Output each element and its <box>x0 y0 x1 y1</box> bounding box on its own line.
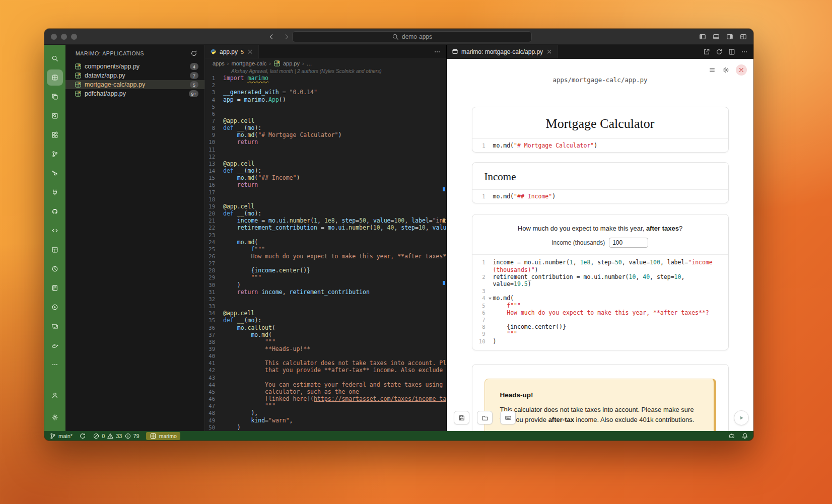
code-line[interactable]: 18 <box>205 196 446 203</box>
code-line[interactable]: 29 """ <box>205 274 446 281</box>
activity-item-plug[interactable] <box>46 183 63 202</box>
code-line[interactable]: 7@app.cell <box>205 117 446 124</box>
marimo-status-badge[interactable]: marimo <box>146 432 180 440</box>
code-line[interactable]: 46 [linked here](https://smartasset.com/… <box>205 395 446 402</box>
activity-item-notebook[interactable] <box>46 278 63 298</box>
code-line[interactable]: 6 <box>205 110 446 117</box>
menu-icon[interactable] <box>709 66 716 74</box>
reload-preview-icon[interactable] <box>716 48 723 55</box>
code-line[interactable]: 2 <box>205 82 446 89</box>
activity-item-marimo[interactable] <box>47 69 63 86</box>
code-line[interactable]: 38 """ <box>205 338 446 345</box>
activity-item-layout[interactable] <box>46 240 63 259</box>
tab-marimo-preview[interactable]: marimo: mortgage-calc/app.py <box>447 45 558 58</box>
code-line[interactable]: 9 mo.md("# Mortgage Calculator") <box>205 131 446 138</box>
command-center-search[interactable]: demo-apps <box>292 31 532 42</box>
shutdown-button[interactable] <box>736 64 747 76</box>
editor-layout-icon[interactable] <box>740 33 747 40</box>
code-line[interactable]: 30 ) <box>205 281 446 289</box>
code-line[interactable]: 41 This calculator does not take taxes i… <box>205 359 446 367</box>
cell1-code[interactable]: 1mo.md("# Mortgage Calculator") <box>472 138 728 152</box>
code-line[interactable]: 28 {income.center()} <box>205 267 446 274</box>
gear-icon[interactable] <box>722 66 729 74</box>
sync-status[interactable] <box>79 433 86 440</box>
sidebar-file-item[interactable]: dataviz/app.py7 <box>65 71 204 80</box>
code-line[interactable]: 34@app.cell <box>205 310 446 317</box>
close-tab-icon[interactable] <box>247 48 253 55</box>
code-line[interactable]: 42 that you provide **after-tax** income… <box>205 367 446 374</box>
code-line[interactable]: 8def __(mo): <box>205 124 446 131</box>
code-line[interactable]: 37 mo.md( <box>205 331 446 338</box>
code-line[interactable]: 44 You can estimate your federal and sta… <box>205 381 446 388</box>
code-line[interactable]: 25 f""" <box>205 246 446 253</box>
code-editor[interactable]: 1import marimo23__generated_with = "0.0.… <box>205 75 446 431</box>
activity-item-account[interactable] <box>46 386 63 405</box>
code-line[interactable]: 31 return income, retirement_contributio… <box>205 289 446 296</box>
back-icon[interactable] <box>268 33 275 40</box>
code-line[interactable]: 10 return <box>205 138 446 146</box>
income-input[interactable] <box>609 238 648 248</box>
sidebar-file-item[interactable]: components/app.py4 <box>65 62 204 71</box>
open-external-icon[interactable] <box>703 48 710 55</box>
code-line[interactable]: 33 <box>205 303 446 310</box>
code-line[interactable]: 3__generated_with = "0.0.14" <box>205 89 446 96</box>
activity-item-more[interactable] <box>46 355 63 374</box>
breadcrumb-item[interactable]: mortgage-calc <box>232 60 267 66</box>
activity-item-run[interactable] <box>46 298 63 317</box>
toggle-sidebar-icon[interactable] <box>699 33 706 40</box>
activity-item-github[interactable] <box>46 202 63 221</box>
breadcrumb-item[interactable]: apps <box>213 60 225 66</box>
keyboard-button[interactable] <box>500 411 516 424</box>
code-line[interactable]: 15 mo.md("## Income") <box>205 174 446 181</box>
code-line[interactable]: 27 <box>205 260 446 267</box>
close-window-button[interactable] <box>51 34 57 40</box>
breadcrumb-item[interactable]: … <box>307 60 312 66</box>
code-line[interactable]: 21 income = mo.ui.number(1, 1e8, step=50… <box>205 217 446 224</box>
code-line[interactable]: 47 """ <box>205 402 446 409</box>
folder-button[interactable] <box>477 411 493 424</box>
split-editor-icon[interactable] <box>728 48 735 55</box>
code-line[interactable]: 43 <box>205 374 446 381</box>
zoom-window-button[interactable] <box>71 34 77 40</box>
activity-item-source-control[interactable] <box>46 145 63 164</box>
code-line[interactable]: 4app = marimo.App() <box>205 96 446 103</box>
activity-item-clock[interactable] <box>46 259 63 278</box>
code-line[interactable]: 23 <box>205 231 446 238</box>
code-line[interactable]: 36 mo.callout( <box>205 324 446 331</box>
code-line[interactable]: 35def __(mo): <box>205 317 446 324</box>
git-branch-status[interactable]: main* <box>49 433 73 440</box>
close-tab-icon[interactable] <box>546 48 552 55</box>
save-button[interactable] <box>454 411 469 424</box>
minimize-window-button[interactable] <box>61 34 67 40</box>
code-line[interactable]: 14def __(mo): <box>205 167 446 174</box>
code-line[interactable]: 45 calculator, such as the one <box>205 388 446 395</box>
code-line[interactable]: 19@app.cell <box>205 203 446 210</box>
activity-item-devices[interactable] <box>46 317 63 336</box>
code-line[interactable]: 11 <box>205 146 446 153</box>
activity-item-search[interactable] <box>46 49 63 68</box>
code-line[interactable]: 16 return <box>205 181 446 188</box>
code-line[interactable]: 17 <box>205 189 446 196</box>
breadcrumb-item[interactable]: app.py <box>283 60 300 66</box>
more-actions-icon[interactable] <box>741 48 748 55</box>
code-line[interactable]: 24 mo.md( <box>205 239 446 246</box>
code-line[interactable]: 1import marimo <box>205 75 446 82</box>
toggle-secondary-sidebar-icon[interactable] <box>726 33 733 40</box>
code-line[interactable]: 5 <box>205 103 446 110</box>
activity-item-docker[interactable] <box>46 336 63 355</box>
sidebar-file-item[interactable]: mortgage-calc/app.py5 <box>65 80 204 89</box>
activity-item-files[interactable] <box>46 87 63 106</box>
refresh-icon[interactable] <box>190 50 197 57</box>
code-line[interactable]: 49 kind="warn", <box>205 417 446 424</box>
code-line[interactable]: 13@app.cell <box>205 160 446 167</box>
code-line[interactable]: 48 ), <box>205 409 446 416</box>
code-line[interactable]: 26 How much do you expect to make this y… <box>205 253 446 260</box>
sidebar-file-item[interactable]: pdfchat/app.py9+ <box>65 89 204 98</box>
activity-item-preview[interactable] <box>46 106 63 125</box>
code-line[interactable]: 39 **Heads-up!** <box>205 345 446 352</box>
cell2-code[interactable]: 1mo.md("## Income") <box>472 189 728 203</box>
notifications-bell-icon[interactable] <box>741 433 748 440</box>
code-line[interactable]: 20def __(mo): <box>205 210 446 217</box>
cell3-code[interactable]: 1income = mo.ui.number(1, 1e8, step=50, … <box>472 254 728 349</box>
activity-item-settings[interactable] <box>46 408 63 427</box>
